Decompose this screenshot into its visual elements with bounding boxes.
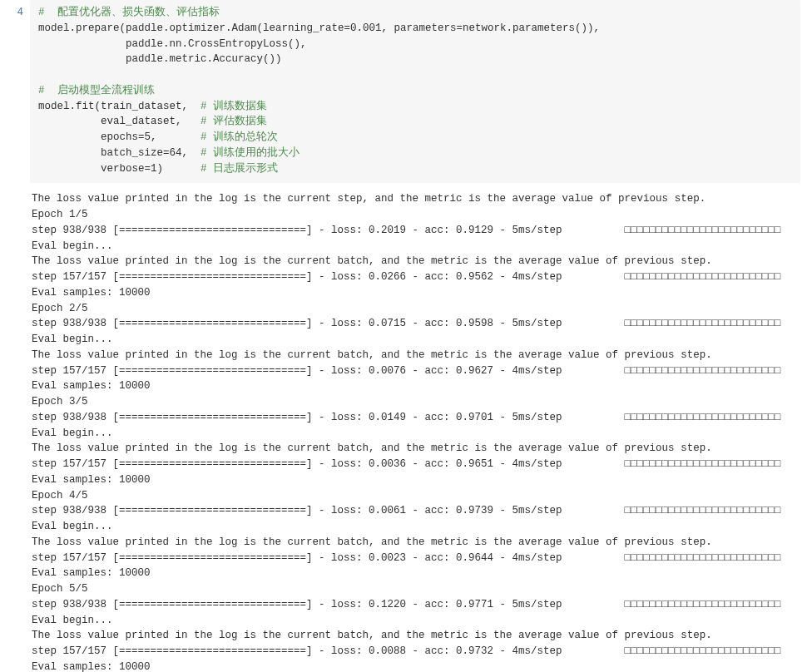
code-line: verbose=1) xyxy=(38,163,200,175)
code-comment: # 配置优化器、损失函数、评估指标 xyxy=(38,7,220,18)
code-line: model.fit(train_dataset, xyxy=(38,101,200,112)
code-input[interactable]: # 配置优化器、损失函数、评估指标 model.prepare(paddle.o… xyxy=(30,0,800,183)
code-line: eval_dataset, xyxy=(38,116,200,127)
code-comment: # 训练数据集 xyxy=(200,101,267,112)
code-line: model.prepare(paddle.optimizer.Adam(lear… xyxy=(38,22,600,34)
code-output: The loss value printed in the log is the… xyxy=(23,183,802,672)
cell-number: 4 xyxy=(0,0,30,183)
code-comment: # 评估数据集 xyxy=(200,116,267,127)
code-line: epochs=5, xyxy=(38,131,200,143)
code-line: paddle.nn.CrossEntropyLoss(), xyxy=(38,38,307,50)
code-line: paddle.metric.Accuracy()) xyxy=(38,53,282,65)
code-comment: # 启动模型全流程训练 xyxy=(38,85,155,96)
code-cell: 4 # 配置优化器、损失函数、评估指标 model.prepare(paddle… xyxy=(0,0,802,183)
code-comment: # 训练使用的批大小 xyxy=(200,147,300,159)
code-comment: # 训练的总轮次 xyxy=(200,131,278,143)
code-comment: # 日志展示形式 xyxy=(200,163,278,175)
code-line: batch_size=64, xyxy=(38,147,200,159)
